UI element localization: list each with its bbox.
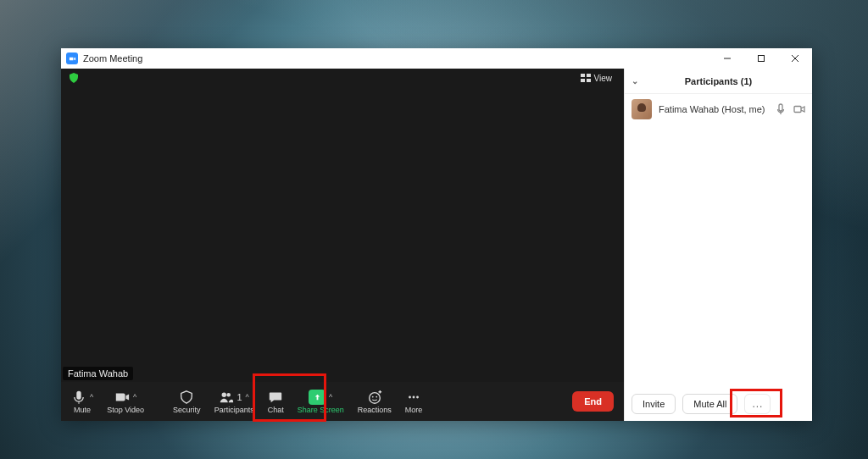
- window-title: Zoom Meeting: [83, 53, 142, 64]
- invite-button[interactable]: Invite: [632, 394, 676, 414]
- zoom-logo-icon: [66, 53, 78, 64]
- window-minimize-button[interactable]: [710, 48, 744, 69]
- svg-rect-16: [794, 107, 801, 113]
- encryption-shield-icon[interactable]: [68, 72, 80, 84]
- window-body: View Fatima Wahab ^ Mute: [61, 69, 812, 421]
- participants-more-button[interactable]: ...: [744, 394, 771, 414]
- stop-video-button[interactable]: ^ Stop Video: [100, 383, 151, 420]
- participants-button[interactable]: 1 ^ Participants: [208, 383, 261, 420]
- smiley-plus-icon: [367, 390, 382, 405]
- participants-caret-icon[interactable]: ^: [244, 393, 249, 401]
- end-meeting-button[interactable]: End: [572, 391, 614, 412]
- mute-caret-icon[interactable]: ^: [88, 393, 93, 401]
- participant-avatar: [632, 99, 652, 119]
- video-caret-icon[interactable]: ^: [131, 393, 136, 401]
- svg-rect-4: [581, 74, 585, 77]
- mute-button[interactable]: ^ Mute: [64, 383, 100, 420]
- more-dots-icon: [406, 390, 421, 405]
- panel-collapse-caret-icon[interactable]: ⌄: [632, 76, 638, 86]
- participants-panel-title: Participants (1): [685, 76, 752, 86]
- participant-name: Fatima Wahab (Host, me): [659, 104, 765, 114]
- window-maximize-button[interactable]: [744, 48, 778, 69]
- svg-point-8: [222, 393, 226, 397]
- video-camera-icon: [114, 390, 130, 405]
- zoom-meeting-window: Zoom Meeting View Fatima Wahab: [61, 48, 812, 421]
- meeting-toolbar: ^ Mute ^ Stop Video Security: [61, 382, 624, 421]
- shield-icon: [179, 390, 194, 405]
- mute-all-button[interactable]: Mute All: [682, 394, 737, 414]
- self-video-name-badge: Fatima Wahab: [63, 367, 133, 380]
- share-screen-icon: [309, 390, 326, 405]
- reactions-button[interactable]: Reactions: [351, 383, 398, 420]
- svg-rect-5: [587, 74, 591, 77]
- svg-point-9: [227, 393, 231, 397]
- share-caret-icon[interactable]: ^: [327, 393, 332, 401]
- video-main-area[interactable]: Fatima Wahab: [61, 87, 624, 382]
- svg-point-11: [372, 396, 374, 398]
- more-button[interactable]: More: [398, 383, 430, 420]
- view-button[interactable]: View: [576, 72, 618, 85]
- chat-button[interactable]: Chat: [261, 383, 291, 420]
- participants-icon: [219, 390, 234, 405]
- svg-rect-7: [587, 79, 591, 82]
- window-titlebar: Zoom Meeting: [61, 48, 812, 69]
- svg-point-12: [376, 396, 377, 398]
- participant-row[interactable]: Fatima Wahab (Host, me): [625, 94, 812, 124]
- microphone-icon: [71, 390, 86, 405]
- svg-point-10: [369, 393, 380, 404]
- view-label: View: [594, 74, 613, 83]
- window-controls: [710, 48, 812, 69]
- svg-point-13: [409, 396, 411, 399]
- video-pane: View Fatima Wahab ^ Mute: [61, 69, 624, 421]
- participant-status-icons: [775, 103, 805, 115]
- security-button[interactable]: Security: [166, 383, 208, 420]
- participants-count: 1: [236, 392, 242, 402]
- share-screen-button[interactable]: ^ Share Screen: [291, 383, 351, 420]
- chat-bubble-icon: [268, 390, 283, 405]
- participants-panel-footer: Invite Mute All ...: [625, 387, 812, 421]
- svg-rect-1: [759, 56, 765, 62]
- participant-mic-icon[interactable]: [775, 103, 787, 115]
- participants-panel: ⌄ Participants (1) Fatima Wahab (Host, m…: [624, 69, 812, 421]
- svg-point-14: [413, 396, 415, 399]
- video-topbar: View: [61, 69, 624, 87]
- svg-point-15: [416, 396, 419, 399]
- participant-camera-icon[interactable]: [793, 103, 805, 115]
- svg-rect-6: [581, 79, 585, 82]
- window-close-button[interactable]: [778, 48, 812, 69]
- view-grid-icon: [581, 74, 591, 82]
- participants-panel-header: ⌄ Participants (1): [625, 69, 812, 94]
